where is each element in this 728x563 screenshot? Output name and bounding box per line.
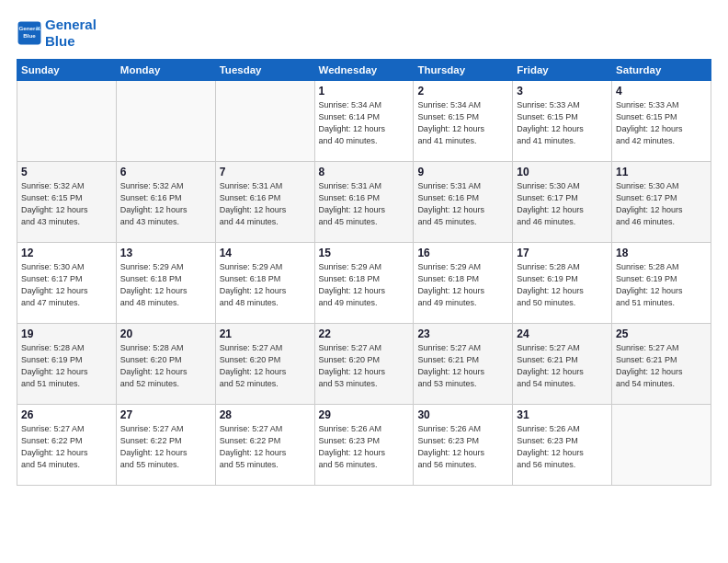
day-info: Sunrise: 5:33 AM Sunset: 6:15 PM Dayligh… — [517, 99, 608, 147]
calendar-cell: 16Sunrise: 5:29 AM Sunset: 6:18 PM Dayli… — [414, 243, 513, 324]
logo-text: GeneralBlue — [45, 17, 97, 50]
calendar-cell — [116, 81, 215, 162]
day-number: 19 — [21, 327, 112, 340]
day-number: 6 — [120, 166, 211, 178]
day-number: 26 — [21, 408, 112, 421]
calendar-cell: 14Sunrise: 5:29 AM Sunset: 6:18 PM Dayli… — [215, 243, 314, 324]
day-number: 24 — [517, 327, 608, 340]
header: General Blue GeneralBlue — [17, 17, 711, 50]
day-info: Sunrise: 5:27 AM Sunset: 6:22 PM Dayligh… — [21, 423, 112, 471]
calendar-cell: 26Sunrise: 5:27 AM Sunset: 6:22 PM Dayli… — [17, 405, 117, 486]
day-info: Sunrise: 5:26 AM Sunset: 6:23 PM Dayligh… — [319, 423, 410, 471]
day-number: 13 — [120, 247, 211, 259]
calendar-cell — [612, 405, 711, 486]
day-number: 23 — [417, 327, 508, 340]
page: General Blue GeneralBlue SundayMondayTue… — [0, 0, 728, 497]
calendar-week-1: 1Sunrise: 5:34 AM Sunset: 6:14 PM Daylig… — [17, 81, 711, 162]
day-info: Sunrise: 5:27 AM Sunset: 6:21 PM Dayligh… — [417, 342, 508, 390]
weekday-header-wednesday: Wednesday — [314, 60, 414, 81]
calendar-cell: 11Sunrise: 5:30 AM Sunset: 6:17 PM Dayli… — [612, 162, 711, 243]
day-info: Sunrise: 5:27 AM Sunset: 6:22 PM Dayligh… — [220, 423, 311, 471]
calendar-week-2: 5Sunrise: 5:32 AM Sunset: 6:15 PM Daylig… — [17, 162, 711, 243]
day-info: Sunrise: 5:32 AM Sunset: 6:16 PM Dayligh… — [120, 180, 211, 228]
day-number: 12 — [21, 247, 112, 259]
day-info: Sunrise: 5:26 AM Sunset: 6:23 PM Dayligh… — [417, 423, 508, 471]
day-info: Sunrise: 5:34 AM Sunset: 6:14 PM Dayligh… — [319, 99, 410, 147]
day-number: 5 — [21, 166, 112, 178]
day-number: 18 — [616, 247, 707, 259]
calendar-cell: 25Sunrise: 5:27 AM Sunset: 6:21 PM Dayli… — [612, 324, 711, 405]
calendar-cell: 21Sunrise: 5:27 AM Sunset: 6:20 PM Dayli… — [215, 324, 314, 405]
calendar-cell: 5Sunrise: 5:32 AM Sunset: 6:15 PM Daylig… — [17, 162, 117, 243]
day-number: 8 — [319, 166, 410, 178]
calendar-cell: 7Sunrise: 5:31 AM Sunset: 6:16 PM Daylig… — [215, 162, 314, 243]
day-info: Sunrise: 5:28 AM Sunset: 6:20 PM Dayligh… — [120, 342, 211, 390]
day-info: Sunrise: 5:27 AM Sunset: 6:20 PM Dayligh… — [319, 342, 410, 390]
day-info: Sunrise: 5:28 AM Sunset: 6:19 PM Dayligh… — [517, 261, 608, 309]
day-info: Sunrise: 5:27 AM Sunset: 6:21 PM Dayligh… — [517, 342, 608, 390]
day-number: 3 — [517, 85, 608, 98]
calendar-cell: 3Sunrise: 5:33 AM Sunset: 6:15 PM Daylig… — [513, 81, 612, 162]
day-number: 29 — [319, 408, 410, 421]
calendar-cell: 8Sunrise: 5:31 AM Sunset: 6:16 PM Daylig… — [314, 162, 414, 243]
day-number: 31 — [517, 408, 608, 421]
calendar-cell: 23Sunrise: 5:27 AM Sunset: 6:21 PM Dayli… — [414, 324, 513, 405]
day-number: 4 — [616, 85, 707, 98]
day-info: Sunrise: 5:34 AM Sunset: 6:15 PM Dayligh… — [417, 99, 508, 147]
weekday-header-sunday: Sunday — [17, 60, 117, 81]
calendar-cell: 17Sunrise: 5:28 AM Sunset: 6:19 PM Dayli… — [513, 243, 612, 324]
weekday-header-tuesday: Tuesday — [215, 60, 314, 81]
calendar-week-3: 12Sunrise: 5:30 AM Sunset: 6:17 PM Dayli… — [17, 243, 711, 324]
weekday-header-saturday: Saturday — [612, 60, 711, 81]
day-info: Sunrise: 5:31 AM Sunset: 6:16 PM Dayligh… — [417, 180, 508, 228]
day-number: 9 — [417, 166, 508, 178]
calendar-cell: 9Sunrise: 5:31 AM Sunset: 6:16 PM Daylig… — [414, 162, 513, 243]
day-number: 11 — [616, 166, 707, 178]
calendar-cell: 22Sunrise: 5:27 AM Sunset: 6:20 PM Dayli… — [314, 324, 414, 405]
calendar-cell: 4Sunrise: 5:33 AM Sunset: 6:15 PM Daylig… — [612, 81, 711, 162]
calendar-cell: 29Sunrise: 5:26 AM Sunset: 6:23 PM Dayli… — [314, 405, 414, 486]
day-number: 17 — [517, 247, 608, 259]
day-number: 28 — [220, 408, 311, 421]
day-info: Sunrise: 5:29 AM Sunset: 6:18 PM Dayligh… — [220, 261, 311, 309]
calendar-cell: 18Sunrise: 5:28 AM Sunset: 6:19 PM Dayli… — [612, 243, 711, 324]
day-info: Sunrise: 5:29 AM Sunset: 6:18 PM Dayligh… — [319, 261, 410, 309]
calendar-cell: 15Sunrise: 5:29 AM Sunset: 6:18 PM Dayli… — [314, 243, 414, 324]
day-info: Sunrise: 5:31 AM Sunset: 6:16 PM Dayligh… — [220, 180, 311, 228]
day-info: Sunrise: 5:33 AM Sunset: 6:15 PM Dayligh… — [616, 99, 707, 147]
day-info: Sunrise: 5:29 AM Sunset: 6:18 PM Dayligh… — [417, 261, 508, 309]
calendar-cell: 28Sunrise: 5:27 AM Sunset: 6:22 PM Dayli… — [215, 405, 314, 486]
day-number: 15 — [319, 247, 410, 259]
calendar-week-5: 26Sunrise: 5:27 AM Sunset: 6:22 PM Dayli… — [17, 405, 711, 486]
day-info: Sunrise: 5:28 AM Sunset: 6:19 PM Dayligh… — [616, 261, 707, 309]
day-info: Sunrise: 5:30 AM Sunset: 6:17 PM Dayligh… — [21, 261, 112, 309]
day-info: Sunrise: 5:27 AM Sunset: 6:22 PM Dayligh… — [120, 423, 211, 471]
day-info: Sunrise: 5:26 AM Sunset: 6:23 PM Dayligh… — [517, 423, 608, 471]
weekday-header-monday: Monday — [116, 60, 215, 81]
day-number: 20 — [120, 327, 211, 340]
day-number: 21 — [220, 327, 311, 340]
day-number: 22 — [319, 327, 410, 340]
logo-icon: General Blue — [17, 20, 42, 46]
day-info: Sunrise: 5:32 AM Sunset: 6:15 PM Dayligh… — [21, 180, 112, 228]
day-info: Sunrise: 5:27 AM Sunset: 6:21 PM Dayligh… — [616, 342, 707, 390]
day-number: 30 — [417, 408, 508, 421]
day-number: 16 — [417, 247, 508, 259]
day-number: 25 — [616, 327, 707, 340]
weekday-header-friday: Friday — [513, 60, 612, 81]
calendar-cell — [17, 81, 117, 162]
day-info: Sunrise: 5:27 AM Sunset: 6:20 PM Dayligh… — [220, 342, 311, 390]
calendar-cell: 30Sunrise: 5:26 AM Sunset: 6:23 PM Dayli… — [414, 405, 513, 486]
day-info: Sunrise: 5:30 AM Sunset: 6:17 PM Dayligh… — [616, 180, 707, 228]
calendar-cell: 19Sunrise: 5:28 AM Sunset: 6:19 PM Dayli… — [17, 324, 117, 405]
calendar-cell: 12Sunrise: 5:30 AM Sunset: 6:17 PM Dayli… — [17, 243, 117, 324]
day-number: 10 — [517, 166, 608, 178]
calendar-cell — [215, 81, 314, 162]
calendar-cell: 10Sunrise: 5:30 AM Sunset: 6:17 PM Dayli… — [513, 162, 612, 243]
calendar-cell: 20Sunrise: 5:28 AM Sunset: 6:20 PM Dayli… — [116, 324, 215, 405]
calendar-cell: 2Sunrise: 5:34 AM Sunset: 6:15 PM Daylig… — [414, 81, 513, 162]
weekday-header-thursday: Thursday — [414, 60, 513, 81]
day-info: Sunrise: 5:28 AM Sunset: 6:19 PM Dayligh… — [21, 342, 112, 390]
day-number: 1 — [319, 85, 410, 98]
day-number: 7 — [220, 166, 311, 178]
